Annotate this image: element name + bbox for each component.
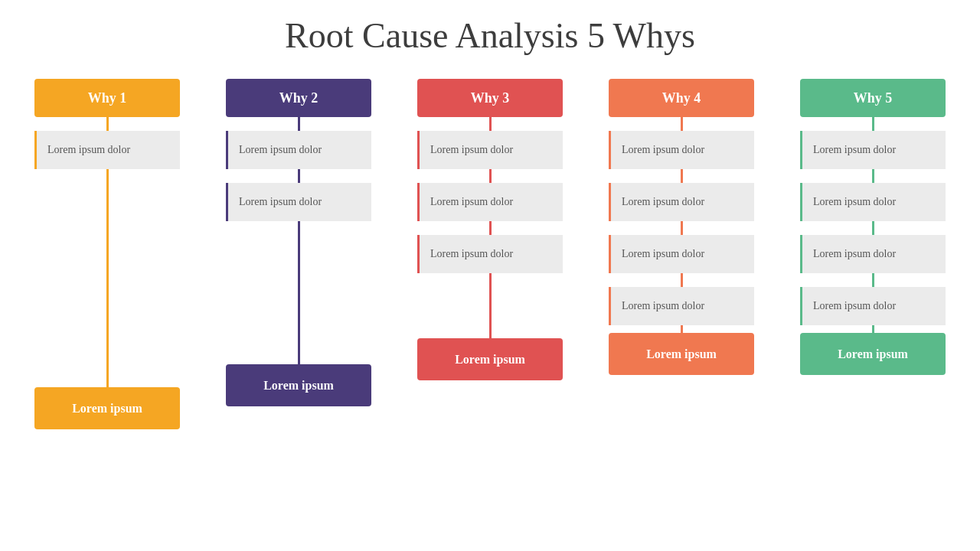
connector-line — [681, 273, 683, 287]
header-why2: Why 2 — [226, 79, 371, 117]
connector-line — [489, 221, 492, 235]
content-box-5-1: Lorem ipsum dolor — [800, 131, 946, 169]
page: Root Cause Analysis 5 Whys Why 1 Lorem i… — [0, 0, 980, 551]
column-why3: Why 3 Lorem ipsum dolor Lorem ipsum dolo… — [413, 79, 567, 380]
header-why1: Why 1 — [34, 79, 180, 117]
bottom-why4: Lorem ipsum — [609, 333, 754, 375]
connector-line-short — [872, 325, 874, 333]
column-why4: Why 4 Lorem ipsum dolor Lorem ipsum dolo… — [605, 79, 758, 375]
connector-line — [681, 169, 683, 183]
connector-line — [872, 221, 874, 235]
connector-line — [681, 117, 683, 131]
connector-line — [872, 117, 874, 131]
bottom-why2: Lorem ipsum — [226, 364, 371, 406]
bottom-why5: Lorem ipsum — [800, 333, 946, 375]
connector-line — [872, 169, 874, 183]
connector-line-short — [681, 325, 683, 333]
connector-line-long — [489, 273, 492, 338]
header-why3: Why 3 — [417, 79, 563, 117]
content-box-5-3: Lorem ipsum dolor — [800, 235, 946, 273]
content-box-4-2: Lorem ipsum dolor — [609, 183, 754, 221]
connector-line — [106, 117, 109, 131]
content-box-2-1: Lorem ipsum dolor — [226, 131, 371, 169]
page-title: Root Cause Analysis 5 Whys — [31, 15, 949, 56]
content-box-5-2: Lorem ipsum dolor — [800, 183, 946, 221]
content-box-3-1: Lorem ipsum dolor — [417, 131, 563, 169]
content-box-1-1: Lorem ipsum dolor — [34, 131, 180, 169]
columns-container: Why 1 Lorem ipsum dolor Lorem ipsum Why … — [31, 79, 949, 429]
content-box-3-3: Lorem ipsum dolor — [417, 235, 563, 273]
connector-line — [681, 221, 683, 235]
connector-line — [298, 169, 300, 183]
connector-line — [489, 117, 492, 131]
content-box-3-2: Lorem ipsum dolor — [417, 183, 563, 221]
connector-line-long — [298, 221, 300, 364]
bottom-why3: Lorem ipsum — [417, 338, 563, 380]
column-why5: Why 5 Lorem ipsum dolor Lorem ipsum dolo… — [796, 79, 949, 375]
content-box-4-3: Lorem ipsum dolor — [609, 235, 754, 273]
header-why5: Why 5 — [800, 79, 946, 117]
header-why4: Why 4 — [609, 79, 754, 117]
column-why2: Why 2 Lorem ipsum dolor Lorem ipsum dolo… — [222, 79, 375, 406]
content-box-5-4: Lorem ipsum dolor — [800, 287, 946, 325]
content-box-4-1: Lorem ipsum dolor — [609, 131, 754, 169]
connector-line — [489, 169, 492, 183]
connector-line-long — [106, 169, 109, 387]
content-box-4-4: Lorem ipsum dolor — [609, 287, 754, 325]
bottom-why1: Lorem ipsum — [34, 387, 180, 429]
content-box-2-2: Lorem ipsum dolor — [226, 183, 371, 221]
connector-line — [872, 273, 874, 287]
connector-line — [298, 117, 300, 131]
column-why1: Why 1 Lorem ipsum dolor Lorem ipsum — [31, 79, 184, 429]
